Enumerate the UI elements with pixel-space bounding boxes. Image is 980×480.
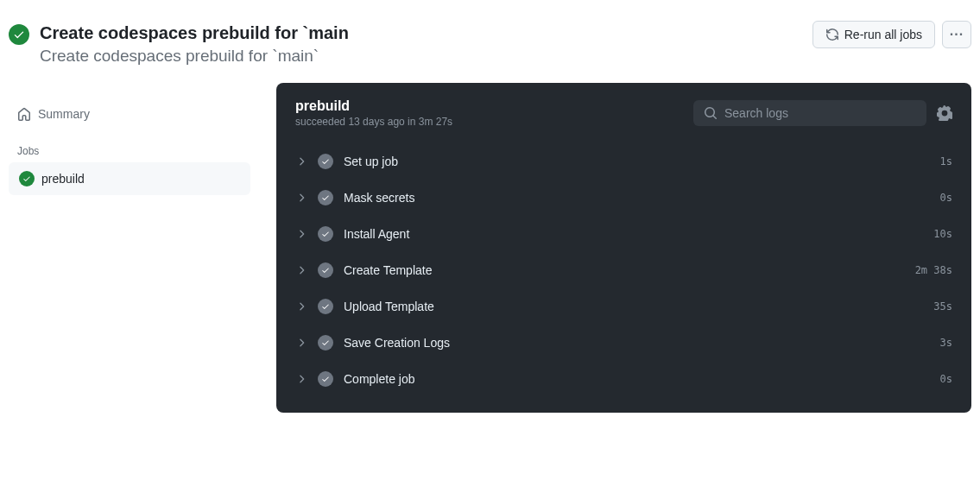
sidebar-jobs-heading: Jobs bbox=[9, 128, 250, 162]
step-row[interactable]: Save Creation Logs 3s bbox=[285, 325, 963, 361]
step-label: Install Agent bbox=[344, 227, 923, 241]
step-status-icon bbox=[318, 190, 333, 205]
step-duration: 1s bbox=[940, 155, 952, 167]
step-status-icon bbox=[318, 262, 333, 278]
step-duration: 10s bbox=[933, 228, 952, 240]
chevron-right-icon bbox=[295, 155, 307, 167]
step-duration: 0s bbox=[940, 192, 952, 204]
step-duration: 2m 38s bbox=[915, 264, 952, 276]
sidebar-summary-label: Summary bbox=[38, 107, 90, 121]
step-duration: 0s bbox=[940, 373, 952, 385]
search-logs[interactable] bbox=[693, 100, 926, 126]
step-status-icon bbox=[318, 226, 333, 242]
sidebar-job-label: prebuild bbox=[41, 172, 85, 186]
step-row[interactable]: Install Agent 10s bbox=[285, 216, 963, 252]
step-row[interactable]: Create Template 2m 38s bbox=[285, 252, 963, 288]
rerun-label: Re-run all jobs bbox=[844, 28, 922, 41]
gear-icon[interactable] bbox=[937, 105, 952, 121]
job-status-icon bbox=[19, 171, 35, 186]
workflow-title: Create codespaces prebuild for `main bbox=[40, 21, 349, 45]
home-icon bbox=[17, 107, 31, 121]
chevron-right-icon bbox=[295, 373, 307, 385]
chevron-right-icon bbox=[295, 337, 307, 349]
step-label: Complete job bbox=[344, 372, 930, 386]
chevron-right-icon bbox=[295, 228, 307, 240]
log-panel: prebuild succeeded 13 days ago in 3m 27s… bbox=[276, 83, 971, 413]
step-row[interactable]: Complete job 0s bbox=[285, 361, 963, 397]
steps-list: Set up job 1s Mask secrets 0s Install Ag… bbox=[276, 140, 971, 413]
step-label: Mask secrets bbox=[344, 191, 930, 205]
workflow-subtitle: Create codespaces prebuild for `main` bbox=[40, 47, 349, 66]
step-label: Create Template bbox=[344, 263, 905, 277]
sync-icon bbox=[825, 28, 839, 41]
step-row[interactable]: Upload Template 35s bbox=[285, 288, 963, 325]
step-status-icon bbox=[318, 154, 333, 169]
search-icon bbox=[704, 106, 718, 120]
search-input[interactable] bbox=[724, 106, 916, 120]
sidebar-job-prebuild[interactable]: prebuild bbox=[9, 162, 250, 195]
step-status-icon bbox=[318, 371, 333, 387]
more-actions-button[interactable]: ··· bbox=[942, 21, 971, 48]
chevron-right-icon bbox=[295, 192, 307, 204]
panel-title: prebuild bbox=[295, 98, 452, 114]
step-status-icon bbox=[318, 335, 333, 351]
step-duration: 3s bbox=[940, 337, 952, 349]
step-row[interactable]: Set up job 1s bbox=[285, 143, 963, 180]
chevron-right-icon bbox=[295, 264, 307, 276]
step-duration: 35s bbox=[933, 300, 952, 313]
panel-subtitle: succeeded 13 days ago in 3m 27s bbox=[295, 116, 452, 128]
page-header: Create codespaces prebuild for `main Cre… bbox=[9, 14, 971, 83]
chevron-right-icon bbox=[295, 300, 307, 313]
step-row[interactable]: Mask secrets 0s bbox=[285, 180, 963, 216]
rerun-all-jobs-button[interactable]: Re-run all jobs bbox=[812, 21, 935, 48]
sidebar-summary[interactable]: Summary bbox=[9, 100, 250, 128]
workflow-status-icon bbox=[9, 24, 29, 45]
sidebar: Summary Jobs prebuild bbox=[9, 83, 250, 195]
step-status-icon bbox=[318, 299, 333, 314]
kebab-icon: ··· bbox=[950, 27, 964, 42]
step-label: Upload Template bbox=[344, 300, 923, 313]
step-label: Set up job bbox=[344, 155, 930, 168]
step-label: Save Creation Logs bbox=[344, 336, 930, 350]
